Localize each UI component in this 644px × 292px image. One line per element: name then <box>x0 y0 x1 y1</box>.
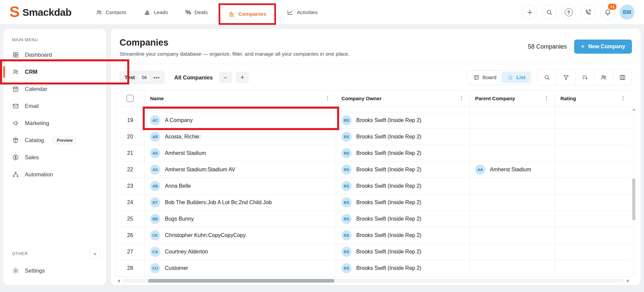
view-selector-label: All Companies <box>174 74 213 81</box>
calls-button[interactable] <box>581 5 596 20</box>
search-button[interactable] <box>542 5 557 20</box>
assignees-button[interactable] <box>594 70 613 85</box>
table-row[interactable]: 20 AR Acosta, Richie: BS Brooks Swift (I… <box>116 129 631 145</box>
horizontal-scroll-track[interactable] <box>123 279 624 283</box>
scroll-right-icon[interactable] <box>627 279 629 283</box>
nav-item-deals[interactable]: % Deals <box>177 5 217 20</box>
column-menu-icon[interactable]: ⋮ <box>325 95 330 102</box>
table-row[interactable]: 28 CU Customer BS Brooks Swift (Inside R… <box>116 260 631 277</box>
app-logo[interactable]: S Smackdab <box>9 5 72 20</box>
table-search-button[interactable] <box>538 70 556 85</box>
company-name[interactable]: Anna Belle <box>165 183 191 189</box>
column-menu-icon[interactable]: ⋮ <box>458 95 464 102</box>
scroll-left-icon[interactable] <box>118 279 120 283</box>
table-row[interactable]: 26 CK Christopher Kuhn:CopyCopyCopy BS B… <box>116 227 631 244</box>
table-row[interactable]: 24 BT Bob The Builders:Job A Lot Bc:2nd … <box>116 194 631 211</box>
package-icon <box>12 137 19 144</box>
filter-button[interactable] <box>556 70 575 85</box>
company-name[interactable]: Amherst Stadium:Stadium AV <box>165 167 235 173</box>
scroll-up-icon[interactable] <box>632 108 636 111</box>
sidebar-item-settings[interactable]: Settings <box>3 262 106 279</box>
company-name[interactable]: Acosta, Richie: <box>165 134 201 140</box>
company-name[interactable]: Courtney Alderton <box>165 249 208 255</box>
logo-icon: S <box>9 4 20 19</box>
list-view-button[interactable]: List <box>502 72 531 83</box>
horizontal-scrollbar[interactable] <box>118 279 629 283</box>
list-icon <box>507 74 513 80</box>
table-row[interactable]: 27 CA Courtney Alderton BS Brooks Swift … <box>116 244 631 260</box>
sidebar-item-email[interactable]: Email <box>3 98 106 115</box>
sidebar-item-crm[interactable]: CRM <box>3 63 106 80</box>
phone-icon <box>585 9 592 16</box>
sidebar-item-sales[interactable]: Sales <box>3 149 106 166</box>
column-menu-icon[interactable]: ⋮ <box>544 95 549 102</box>
company-name[interactable]: Customer <box>165 265 188 271</box>
view-tab-test[interactable]: Test 58 ••• <box>120 71 165 84</box>
company-name[interactable]: Bob The Builders:Job A Lot Bc:2nd Child … <box>165 199 272 206</box>
sidebar-item-catalog[interactable]: Catalog Preview <box>3 132 106 149</box>
companies-count: 58 Companies <box>528 43 567 50</box>
vertical-scroll-thumb[interactable] <box>632 178 635 220</box>
columns-button[interactable] <box>613 70 632 85</box>
search-icon <box>544 74 550 81</box>
row-number: 25 <box>116 211 145 227</box>
nav-item-companies[interactable]: Companies <box>226 11 269 17</box>
partial-row <box>116 106 631 112</box>
column-menu-icon[interactable]: ⋮ <box>620 95 626 102</box>
add-view-button[interactable]: + <box>236 72 249 83</box>
help-button[interactable]: ? <box>561 5 576 20</box>
sidebar-item-label: Email <box>25 103 39 109</box>
table-row[interactable]: 22 AS Amherst Stadium:Stadium AV BS Broo… <box>116 162 631 178</box>
table-row[interactable]: 23 AB Anna Belle BS Brooks Swift (Inside… <box>116 178 631 194</box>
row-number: 19 <box>116 112 145 128</box>
sidebar-item-label: Settings <box>25 268 45 274</box>
sidebar-item-automation[interactable]: Automation <box>3 166 106 183</box>
rating-cell <box>555 112 631 128</box>
company-name[interactable]: Christopher Kuhn:CopyCopyCopy <box>165 232 246 238</box>
nav-item-leads[interactable]: Leads <box>135 5 177 20</box>
collapse-sidebar-button[interactable]: « <box>90 249 100 259</box>
owner-avatar: BS <box>341 148 352 158</box>
nav-item-contacts[interactable]: Contacts <box>87 5 135 20</box>
select-all-checkbox[interactable] <box>127 95 134 102</box>
vertical-scrollbar[interactable] <box>632 106 636 277</box>
sidebar-item-calendar[interactable]: 12 Calendar <box>3 80 106 98</box>
percent-icon: % <box>185 9 191 16</box>
company-avatar: AR <box>150 132 160 142</box>
horizontal-scroll-thumb[interactable] <box>148 279 334 283</box>
new-company-button[interactable]: + New Company <box>574 40 632 54</box>
preview-badge: Preview <box>53 137 76 144</box>
table-row[interactable]: 21 AS Amherst Stadium BS Brooks Swift (I… <box>116 145 631 162</box>
table-row[interactable]: 19 AC A Company BS Brooks Swift (Inside … <box>116 112 631 129</box>
company-avatar: AS <box>150 165 160 175</box>
owner-avatar: BS <box>341 115 352 125</box>
tab-menu-icon[interactable]: ••• <box>153 75 160 80</box>
sort-button[interactable] <box>575 70 594 85</box>
nav-item-label: Companies <box>238 11 267 17</box>
company-name[interactable]: A Company <box>165 117 193 123</box>
nav-item-label: Leads <box>154 9 168 15</box>
parent-avatar: AA <box>475 165 485 175</box>
nav-item-activities[interactable]: Activities <box>278 5 326 20</box>
page-subtitle: Streamline your company database — organ… <box>120 51 350 57</box>
highlight-box: Companies <box>219 3 276 25</box>
chevron-down-icon <box>223 75 228 80</box>
sidebar-item-dashboard[interactable]: Dashboard <box>3 46 106 63</box>
quick-add-button[interactable] <box>522 5 537 20</box>
company-avatar: AC <box>150 115 160 125</box>
notifications-button[interactable]: +1 <box>600 5 615 20</box>
top-nav: S Smackdab Contacts Leads % Deals Compan <box>0 0 644 25</box>
funnel-icon <box>563 74 569 81</box>
user-avatar[interactable]: BM <box>619 5 635 20</box>
owner-avatar: BS <box>341 247 352 257</box>
sidebar-item-marketing[interactable]: Marketing <box>3 115 106 132</box>
view-dropdown-button[interactable] <box>219 72 232 83</box>
sidebar: MAIN MENU Dashboard CRM 12 Calendar Emai… <box>3 29 106 285</box>
rating-cell <box>555 162 631 178</box>
company-name[interactable]: Bugs Bunny <box>165 216 194 222</box>
company-name[interactable]: Amherst Stadium <box>165 150 206 156</box>
row-number: 23 <box>116 178 145 194</box>
sidebar-item-label: Sales <box>25 154 39 161</box>
table-row[interactable]: 25 BB Bugs Bunny BS Brooks Swift (Inside… <box>116 211 631 227</box>
board-view-button[interactable]: Board <box>468 72 502 83</box>
